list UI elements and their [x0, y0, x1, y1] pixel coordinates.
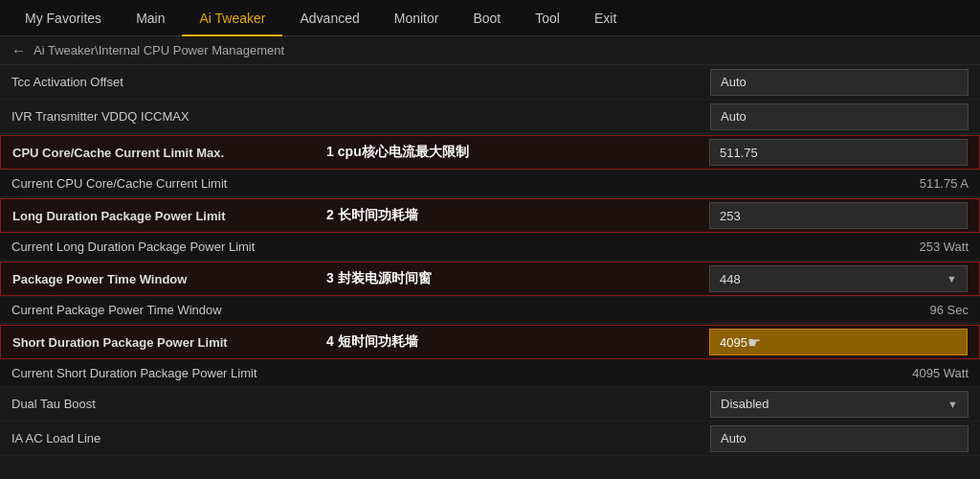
setting-label-current-long-duration: Current Long Duration Package Power Limi… [11, 240, 318, 254]
breadcrumb-arrow: ← [11, 42, 26, 58]
value-box-ivr-transmitter[interactable]: Auto [710, 103, 969, 130]
nav-item-ai-tweaker[interactable]: Ai Tweaker [182, 0, 282, 36]
breadcrumb: ← Ai Tweaker\Internal CPU Power Manageme… [0, 36, 980, 65]
setting-row-long-duration-power-limit: Long Duration Package Power Limit2长时间功耗墙… [0, 198, 980, 233]
setting-value-tcc-activation-offset[interactable]: Auto [701, 69, 969, 96]
setting-label-package-power-time-window: Package Power Time Window [12, 272, 319, 286]
nav-item-main[interactable]: Main [119, 0, 182, 36]
setting-value-long-duration-power-limit[interactable]: 253 [700, 202, 968, 229]
setting-annotation-short-duration-power-limit: 4短时间功耗墙 [319, 333, 700, 351]
content-area: Tcc Activation OffsetAutoIVR Transmitter… [0, 65, 980, 456]
setting-label-cpu-core-cache-limit: CPU Core/Cache Current Limit Max. [12, 146, 319, 160]
setting-label-short-duration-power-limit: Short Duration Package Power Limit [12, 335, 319, 350]
setting-row-dual-tau-boost: Dual Tau BoostDisabled▼ [0, 387, 980, 422]
setting-value-ia-ac-load-line[interactable]: Auto [701, 425, 969, 452]
setting-label-dual-tau-boost: Dual Tau Boost [11, 397, 318, 411]
hand-cursor-icon: ☛ [747, 333, 761, 352]
setting-value-dual-tau-boost[interactable]: Disabled▼ [701, 391, 969, 418]
nav-item-exit[interactable]: Exit [577, 0, 634, 36]
chevron-down-icon: ▼ [947, 273, 957, 285]
setting-value-cpu-core-cache-limit[interactable]: 511.75 [700, 139, 968, 166]
setting-label-tcc-activation-offset: Tcc Activation Offset [11, 75, 318, 89]
dropdown-value-text-package-power-time-window: 448 [720, 272, 741, 286]
value-text-current-short-duration: 4095 Watt [710, 363, 969, 383]
setting-value-ivr-transmitter[interactable]: Auto [701, 103, 969, 130]
setting-annotation-long-duration-power-limit: 2长时间功耗墙 [319, 207, 700, 224]
value-box-cpu-core-cache-limit[interactable]: 511.75 [709, 139, 968, 166]
setting-annotation-cpu-core-cache-limit: 1cpu核心电流最大限制 [319, 144, 700, 161]
setting-annotation-package-power-time-window: 3封装电源时间窗 [319, 270, 700, 287]
setting-row-current-cpu-core-cache: Current CPU Core/Cache Current Limit511.… [0, 171, 980, 197]
setting-value-current-short-duration: 4095 Watt [701, 363, 969, 383]
value-box-short-duration-power-limit[interactable]: 4095 ☛ [709, 329, 968, 355]
value-text-current-cpu-core-cache: 511.75 A [710, 173, 969, 194]
setting-row-cpu-core-cache-limit: CPU Core/Cache Current Limit Max.1cpu核心电… [0, 135, 980, 170]
setting-row-current-package-power-time: Current Package Power Time Window96 Sec [0, 297, 980, 324]
value-dropdown-package-power-time-window[interactable]: 448▼ [709, 265, 968, 292]
value-text-current-package-power-time: 96 Sec [710, 300, 969, 320]
setting-value-current-cpu-core-cache: 511.75 A [701, 173, 969, 194]
value-dropdown-dual-tau-boost[interactable]: Disabled▼ [710, 391, 969, 418]
value-box-long-duration-power-limit[interactable]: 253 [709, 202, 968, 229]
setting-label-current-cpu-core-cache: Current CPU Core/Cache Current Limit [11, 176, 318, 191]
setting-label-current-package-power-time: Current Package Power Time Window [11, 303, 318, 317]
setting-label-ivr-transmitter: IVR Transmitter VDDQ ICCMAX [11, 109, 318, 124]
nav-item-monitor[interactable]: Monitor [377, 0, 457, 36]
setting-label-ia-ac-load-line: IA AC Load Line [11, 431, 318, 445]
value-box-tcc-activation-offset[interactable]: Auto [710, 69, 969, 96]
breadcrumb-text: Ai Tweaker\Internal CPU Power Management [33, 43, 284, 57]
nav-item-my-favorites[interactable]: My Favorites [8, 0, 119, 36]
nav-item-tool[interactable]: Tool [518, 0, 577, 36]
setting-value-package-power-time-window[interactable]: 448▼ [700, 265, 968, 292]
setting-value-current-package-power-time: 96 Sec [701, 300, 969, 320]
value-box-ia-ac-load-line[interactable]: Auto [710, 425, 969, 452]
nav-bar: My FavoritesMainAi TweakerAdvancedMonito… [0, 0, 980, 36]
setting-label-current-short-duration: Current Short Duration Package Power Lim… [11, 366, 318, 380]
nav-item-boot[interactable]: Boot [456, 0, 518, 36]
setting-row-ia-ac-load-line: IA AC Load LineAuto [0, 422, 980, 456]
setting-value-current-long-duration: 253 Watt [701, 237, 969, 257]
setting-row-ivr-transmitter: IVR Transmitter VDDQ ICCMAXAuto [0, 100, 980, 134]
dropdown-value-text-dual-tau-boost: Disabled [721, 397, 769, 411]
setting-row-current-long-duration: Current Long Duration Package Power Limi… [0, 234, 980, 261]
nav-item-advanced[interactable]: Advanced [282, 0, 376, 36]
chevron-down-icon: ▼ [947, 399, 958, 410]
value-text-current-long-duration: 253 Watt [710, 237, 969, 257]
setting-row-package-power-time-window: Package Power Time Window3封装电源时间窗448▼ [0, 262, 980, 296]
setting-row-tcc-activation-offset: Tcc Activation OffsetAuto [0, 65, 980, 100]
setting-label-long-duration-power-limit: Long Duration Package Power Limit [12, 209, 319, 223]
setting-row-short-duration-power-limit: Short Duration Package Power Limit4短时间功耗… [0, 325, 980, 359]
setting-value-short-duration-power-limit[interactable]: 4095 ☛ [700, 329, 968, 355]
setting-row-current-short-duration: Current Short Duration Package Power Lim… [0, 360, 980, 387]
